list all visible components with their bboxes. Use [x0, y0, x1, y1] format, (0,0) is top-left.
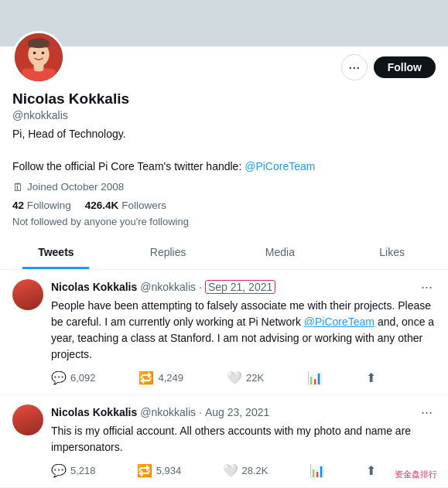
retweet-icon: 🔁	[137, 463, 152, 478]
tweet-text: People have been attempting to falsely a…	[51, 298, 436, 363]
share-icon: ⬆	[366, 370, 376, 385]
tweet-meta: Nicolas Kokkalis @nkokkalis · Aug 23, 20…	[51, 406, 269, 418]
tweet-author-name: Nicolas Kokkalis	[51, 406, 137, 418]
tweet-body: Nicolas Kokkalis @nkokkalis · Sep 21, 20…	[51, 279, 436, 385]
tweet-mention[interactable]: @PiCoreTeam	[304, 316, 374, 328]
bio-text-line2: Follow the official Pi Core Team's twitt…	[12, 160, 245, 172]
tweet-actions: 💬 6,092 🔁 4,249 🤍 22K 📊 ⬆	[51, 370, 376, 385]
profile-section: ··· Follow Nicolas Kokkalis @nkokkalis P…	[0, 31, 448, 227]
tweet-header: Nicolas Kokkalis @nkokkalis · Sep 21, 20…	[51, 279, 436, 295]
tweet-meta: Nicolas Kokkalis @nkokkalis · Sep 21, 20…	[51, 280, 275, 294]
followers-stat[interactable]: 426.4K Followers	[85, 200, 166, 211]
header-buttons: ··· Follow	[341, 54, 436, 84]
table-row: Nicolas Kokkalis @nkokkalis · Sep 21, 20…	[0, 270, 448, 395]
retweet-count: 4,249	[158, 372, 183, 384]
tweet-date: Aug 23, 2021	[205, 406, 269, 418]
followers-label: Followers	[121, 200, 166, 211]
share-action[interactable]: ⬆	[366, 370, 376, 385]
retweet-count: 5,934	[156, 465, 182, 476]
joined-text: Joined October 2008	[27, 181, 124, 193]
reply-count: 6,092	[70, 372, 96, 384]
cover-area	[0, 0, 448, 46]
display-name: Nicolas Kokkalis	[12, 90, 436, 109]
tweet-separator: ·	[199, 281, 202, 293]
tweet-handle: @nkokkalis	[140, 281, 196, 293]
following-stat[interactable]: 42 Following	[12, 200, 71, 211]
bio: Pi, Head of Technology. Follow the offic…	[12, 126, 436, 175]
bio-text-line1: Pi, Head of Technology.	[12, 128, 126, 140]
not-followed-text: Not followed by anyone you're following	[12, 216, 436, 227]
tweet-body: Nicolas Kokkalis @nkokkalis · Aug 23, 20…	[51, 404, 436, 478]
follow-button[interactable]: Follow	[374, 56, 436, 78]
like-icon: 🤍	[227, 370, 242, 385]
tweet-list: Nicolas Kokkalis @nkokkalis · Sep 21, 20…	[0, 270, 448, 488]
tweet-more-button[interactable]: ···	[418, 404, 436, 421]
tab-media[interactable]: Media	[224, 235, 337, 269]
views-action[interactable]: 📊	[309, 463, 325, 478]
like-action[interactable]: 🤍 22K	[227, 370, 264, 385]
retweet-action[interactable]: 🔁 4,249	[139, 370, 183, 385]
tweet-author-name: Nicolas Kokkalis	[51, 281, 137, 293]
tab-tweets[interactable]: Tweets	[0, 235, 112, 269]
avatar	[12, 31, 65, 84]
tweet-actions: 💬 5,218 🔁 5,934 🤍 28.2K 📊 ⬆	[51, 463, 376, 478]
more-button[interactable]: ···	[341, 54, 368, 80]
followers-count: 426.4K	[85, 200, 119, 211]
svg-point-6	[33, 52, 36, 55]
tweet-header: Nicolas Kokkalis @nkokkalis · Aug 23, 20…	[51, 404, 436, 421]
following-label: Following	[27, 200, 71, 211]
joined-row: 🗓 Joined October 2008	[12, 181, 436, 193]
tweet-avatar	[12, 404, 43, 435]
tabs-bar: Tweets Replies Media Likes	[0, 235, 448, 270]
watermark: 资金盘排行	[390, 467, 442, 482]
reply-icon: 💬	[51, 370, 67, 385]
stats-row: 42 Following 426.4K Followers	[12, 200, 436, 211]
views-action[interactable]: 📊	[307, 370, 323, 385]
tweet-date-highlighted: Sep 21, 2021	[205, 280, 275, 294]
reply-action[interactable]: 💬 5,218	[51, 463, 96, 478]
like-icon: 🤍	[223, 463, 238, 478]
reply-icon: 💬	[51, 463, 67, 478]
tweet-more-button[interactable]: ···	[418, 279, 436, 295]
retweet-action[interactable]: 🔁 5,934	[137, 463, 182, 478]
share-icon: ⬆	[366, 463, 376, 478]
calendar-icon: 🗓	[12, 181, 23, 193]
tweet-text: This is my official account. All others …	[51, 423, 436, 456]
username: @nkokkalis	[12, 109, 436, 121]
share-action[interactable]: ⬆	[366, 463, 376, 478]
svg-rect-5	[28, 40, 49, 47]
tweet-separator: ·	[199, 406, 202, 418]
views-icon: 📊	[307, 370, 323, 385]
like-count: 28.2K	[242, 465, 268, 476]
bio-link[interactable]: @PiCoreTeam	[245, 160, 315, 172]
tweet-avatar	[12, 279, 43, 310]
following-count: 42	[12, 200, 24, 211]
reply-action[interactable]: 💬 6,092	[51, 370, 96, 385]
tweet-handle: @nkokkalis	[140, 406, 196, 418]
tab-replies[interactable]: Replies	[112, 235, 224, 269]
retweet-icon: 🔁	[139, 370, 154, 385]
views-icon: 📊	[309, 463, 325, 478]
reply-count: 5,218	[70, 465, 96, 476]
table-row: Nicolas Kokkalis @nkokkalis · Aug 23, 20…	[0, 395, 448, 488]
like-count: 22K	[246, 372, 264, 384]
tab-likes[interactable]: Likes	[336, 235, 448, 269]
avatar-image	[15, 33, 63, 81]
like-action[interactable]: 🤍 28.2K	[223, 463, 268, 478]
svg-point-7	[42, 52, 45, 55]
